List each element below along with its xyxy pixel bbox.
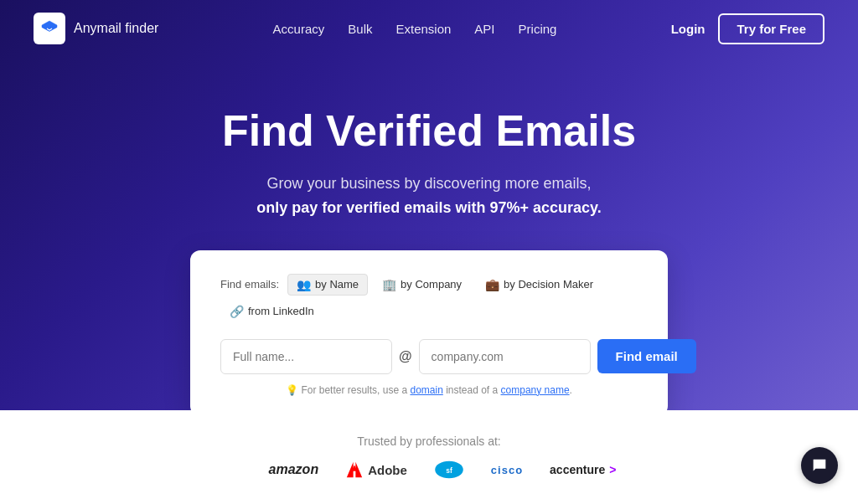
name-input[interactable] xyxy=(220,339,392,374)
hero-subtitle: Grow your business by discovering more e… xyxy=(256,172,601,220)
accenture-text: accenture xyxy=(550,463,605,476)
tab-from-linkedin[interactable]: 🔗 from LinkedIn xyxy=(220,301,323,322)
hero-title: Find Verified Emails xyxy=(222,107,636,155)
amazon-text: amazon xyxy=(269,462,319,477)
trusted-section: Trusted by professionals at: amazon Adob… xyxy=(0,410,858,504)
search-row: @ Find email xyxy=(220,339,638,374)
brand-salesforce: sf xyxy=(434,460,464,480)
brand-logos: amazon Adobe sf cisco accenture > xyxy=(242,460,617,480)
nav-pricing[interactable]: Pricing xyxy=(519,22,557,36)
from-linkedin-icon: 🔗 xyxy=(230,305,244,318)
brand-cisco: cisco xyxy=(491,464,523,476)
domain-input[interactable] xyxy=(419,339,591,374)
nav-api[interactable]: API xyxy=(474,22,494,36)
login-button[interactable]: Login xyxy=(671,22,706,36)
adobe-icon xyxy=(345,460,364,479)
hint-row: 💡 For better results, use a domain inste… xyxy=(220,384,638,396)
search-card: Find emails: 👥 by Name 🏢 by Company 💼 by… xyxy=(190,250,668,416)
brand-adobe: Adobe xyxy=(345,460,407,479)
site-header: Anymail finder Accuracy Bulk Extension A… xyxy=(0,0,858,57)
by-name-icon: 👥 xyxy=(297,278,311,291)
nav-extension[interactable]: Extension xyxy=(395,22,451,36)
brand-amazon: amazon xyxy=(269,462,319,477)
by-decision-maker-icon: 💼 xyxy=(485,278,499,291)
adobe-text: Adobe xyxy=(368,463,407,477)
by-company-icon: 🏢 xyxy=(382,278,396,291)
logo-text: Anymail finder xyxy=(74,21,158,36)
trusted-label: Trusted by professionals at: xyxy=(357,435,500,448)
brand-accenture: accenture > xyxy=(550,463,616,476)
nav-actions: Login Try for Free xyxy=(671,13,824,44)
hero-content: Find Verified Emails Grow your business … xyxy=(0,57,858,416)
chat-icon xyxy=(810,456,829,475)
nav-bulk[interactable]: Bulk xyxy=(348,22,372,36)
chat-bubble[interactable] xyxy=(801,447,838,484)
try-free-button[interactable]: Try for Free xyxy=(718,13,824,44)
company-name-link[interactable]: company name xyxy=(501,384,570,396)
at-sign: @ xyxy=(399,349,412,364)
salesforce-icon: sf xyxy=(434,460,464,480)
nav-accuracy[interactable]: Accuracy xyxy=(273,22,325,36)
main-nav: Accuracy Bulk Extension API Pricing xyxy=(273,22,557,36)
domain-link[interactable]: domain xyxy=(410,384,442,396)
cisco-text: cisco xyxy=(491,464,523,476)
logo-icon xyxy=(34,13,65,44)
find-email-button[interactable]: Find email xyxy=(597,339,696,373)
tab-by-decision-maker[interactable]: 💼 by Decision Maker xyxy=(476,274,602,296)
logo-area[interactable]: Anymail finder xyxy=(34,13,158,44)
find-label: Find emails: xyxy=(220,278,279,291)
tab-by-company[interactable]: 🏢 by Company xyxy=(373,274,471,296)
find-tabs: Find emails: 👥 by Name 🏢 by Company 💼 by… xyxy=(220,274,638,322)
svg-text:sf: sf xyxy=(446,466,452,475)
tab-by-name[interactable]: 👥 by Name xyxy=(287,274,368,296)
